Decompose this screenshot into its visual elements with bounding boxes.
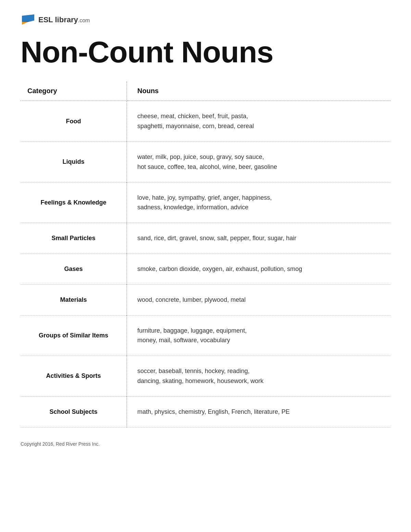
page-title: Non-Count Nouns — [21, 36, 390, 68]
category-cell: Materials — [21, 284, 127, 315]
logo-area: ESL library.com — [21, 14, 390, 26]
table-row: Gasessmoke, carbon dioxide, oxygen, air,… — [21, 253, 390, 284]
table-row: Small Particlessand, rice, dirt, gravel,… — [21, 223, 390, 254]
page: ESL library.com Non-Count Nouns Category… — [0, 0, 411, 467]
nouns-cell: soccer, baseball, tennis, hockey, readin… — [127, 356, 390, 397]
category-cell: Activities & Sports — [21, 356, 127, 397]
nouns-cell: furniture, baggage, luggage, equipment,m… — [127, 315, 390, 356]
esl-library-logo-icon — [21, 14, 36, 26]
category-cell: School Subjects — [21, 396, 127, 427]
table-row: Activities & Sportssoccer, baseball, ten… — [21, 356, 390, 397]
table-row: Materialswood, concrete, lumber, plywood… — [21, 284, 390, 315]
table-row: Feelings & Knowledgelove, hate, joy, sym… — [21, 182, 390, 223]
category-cell: Small Particles — [21, 223, 127, 254]
table-row: Liquidswater, milk, pop, juice, soup, gr… — [21, 141, 390, 182]
table-row: School Subjectsmath, physics, chemistry,… — [21, 396, 390, 427]
nouns-cell: water, milk, pop, juice, soup, gravy, so… — [127, 141, 390, 182]
nouns-cell: cheese, meat, chicken, beef, fruit, past… — [127, 101, 390, 141]
category-cell: Food — [21, 101, 127, 141]
category-cell: Groups of Similar Items — [21, 315, 127, 356]
category-cell: Gases — [21, 253, 127, 284]
nouns-cell: love, hate, joy, sympathy, grief, anger,… — [127, 182, 390, 223]
table-row: Foodcheese, meat, chicken, beef, fruit, … — [21, 101, 390, 141]
nouns-table: Category Nouns Foodcheese, meat, chicken… — [21, 82, 390, 427]
nouns-cell: sand, rice, dirt, gravel, snow, salt, pe… — [127, 223, 390, 254]
footer: Copyright 2016, Red River Press Inc. — [21, 441, 390, 447]
logo-text: ESL library.com — [38, 15, 90, 24]
table-row: Groups of Similar Itemsfurniture, baggag… — [21, 315, 390, 356]
nouns-cell: smoke, carbon dioxide, oxygen, air, exha… — [127, 253, 390, 284]
header-category: Category — [21, 82, 127, 101]
category-cell: Feelings & Knowledge — [21, 182, 127, 223]
nouns-cell: math, physics, chemistry, English, Frenc… — [127, 396, 390, 427]
header-nouns: Nouns — [127, 82, 390, 101]
category-cell: Liquids — [21, 141, 127, 182]
copyright-text: Copyright 2016, Red River Press Inc. — [21, 441, 100, 447]
nouns-cell: wood, concrete, lumber, plywood, metal — [127, 284, 390, 315]
